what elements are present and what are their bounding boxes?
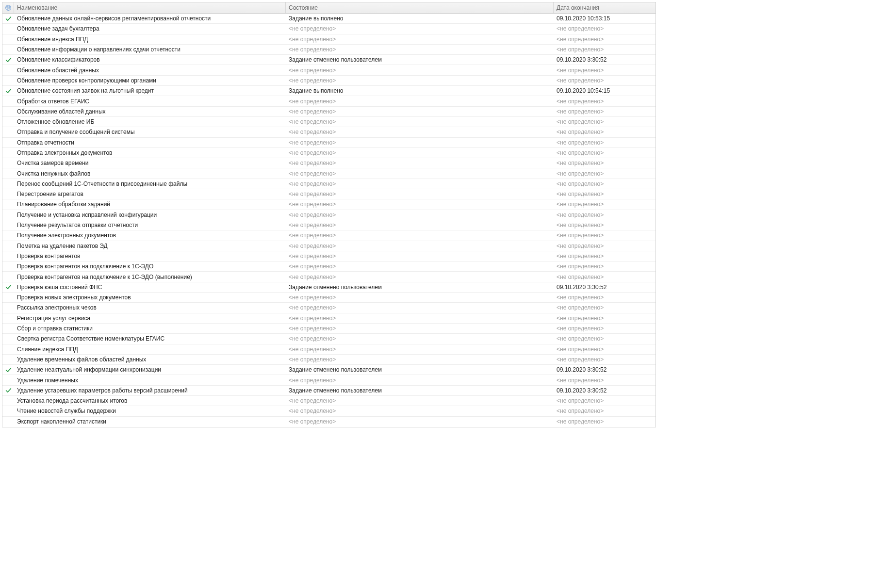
row-name: Обновление индекса ППД	[14, 35, 286, 44]
row-state: <не определено>	[286, 355, 554, 364]
row-state: <не определено>	[286, 128, 554, 136]
row-state: <не определено>	[286, 303, 554, 312]
row-end-date: <не определено>	[554, 376, 656, 385]
row-name: Удаление неактуальной информации синхрон…	[14, 365, 286, 374]
row-end-date: <не определено>	[554, 355, 656, 364]
row-name: Отправка электронных документов	[14, 148, 286, 157]
table-row[interactable]: Проверка кэша состояний ФНСЗадание отмен…	[2, 282, 656, 293]
check-icon	[5, 88, 12, 94]
row-status-icon-cell	[2, 284, 14, 290]
table-row[interactable]: Удаление устаревших параметров работы ве…	[2, 386, 656, 396]
table-row[interactable]: Очистка ненужных файлов<не определено><н…	[2, 168, 656, 179]
table-row[interactable]: Свертка регистра Соответствие номенклату…	[2, 334, 656, 344]
table-row[interactable]: Экспорт накопленной статистики<не опреде…	[2, 417, 656, 427]
table-row[interactable]: Обновление проверок контролирующими орга…	[2, 76, 656, 86]
table-row[interactable]: Проверка новых электронных документов<не…	[2, 293, 656, 303]
table-row[interactable]: Планирование обработки заданий<не опреде…	[2, 199, 656, 210]
table-row[interactable]: Проверка контрагентов на подключение к 1…	[2, 272, 656, 282]
row-end-date: <не определено>	[554, 200, 656, 209]
row-state: <не определено>	[286, 417, 554, 426]
row-name: Получение и установка исправлений конфиг…	[14, 211, 286, 219]
table-row[interactable]: Очистка замеров времени<не определено><н…	[2, 158, 656, 168]
table-row[interactable]: Чтение новостей службы поддержки<не опре…	[2, 406, 656, 416]
row-end-date: <не определено>	[554, 117, 656, 126]
row-status-icon-cell	[2, 88, 14, 94]
row-state: <не определено>	[286, 97, 554, 106]
table-header: Наименование Состояние Дата окончания	[2, 2, 656, 14]
table-row[interactable]: Обновление индекса ППД<не определено><не…	[2, 34, 656, 45]
table-row[interactable]: Обслуживание областей данных<не определе…	[2, 107, 656, 117]
row-name: Чтение новостей службы поддержки	[14, 407, 286, 415]
row-end-date: 09.10.2020 10:53:15	[554, 14, 656, 23]
row-state: <не определено>	[286, 314, 554, 323]
table-row[interactable]: Проверка контрагентов<не определено><не …	[2, 251, 656, 261]
row-status-icon-cell	[2, 367, 14, 373]
table-row[interactable]: Получение и установка исправлений конфиг…	[2, 210, 656, 220]
row-end-date: 09.10.2020 3:30:52	[554, 386, 656, 395]
column-header-date[interactable]: Дата окончания	[554, 2, 656, 13]
check-icon	[5, 57, 12, 63]
table-row[interactable]: Получение результатов отправки отчетност…	[2, 220, 656, 230]
table-row[interactable]: Регистрация услуг сервиса<не определено>…	[2, 313, 656, 324]
row-end-date: <не определено>	[554, 45, 656, 54]
globe-icon	[5, 4, 12, 11]
row-status-icon-cell	[2, 387, 14, 393]
row-state: <не определено>	[286, 345, 554, 354]
row-name: Регистрация услуг сервиса	[14, 314, 286, 323]
table-row[interactable]: Отправка электронных документов<не опред…	[2, 148, 656, 158]
row-state: <не определено>	[286, 221, 554, 229]
check-icon	[5, 284, 12, 290]
table-row[interactable]: Сбор и отправка статистики<не определено…	[2, 324, 656, 334]
table-row[interactable]: Обновление состояния заявок на льготный …	[2, 86, 656, 96]
row-state: <не определено>	[286, 334, 554, 343]
table-row[interactable]: Обновление данных онлайн-сервисов реглам…	[2, 14, 656, 24]
table-row[interactable]: Обработка ответов ЕГАИС<не определено><н…	[2, 96, 656, 106]
row-end-date: 09.10.2020 3:30:52	[554, 55, 656, 64]
row-end-date: <не определено>	[554, 159, 656, 167]
row-state: <не определено>	[286, 24, 554, 33]
row-state: <не определено>	[286, 376, 554, 385]
column-header-name[interactable]: Наименование	[14, 2, 286, 13]
table-row[interactable]: Удаление неактуальной информации синхрон…	[2, 365, 656, 375]
row-state: <не определено>	[286, 324, 554, 333]
table-row[interactable]: Перестроение агрегатов<не определено><не…	[2, 189, 656, 199]
table-row[interactable]: Рассылка электронных чеков<не определено…	[2, 303, 656, 313]
row-name: Удаление временных файлов областей данны…	[14, 355, 286, 364]
column-header-state[interactable]: Состояние	[286, 2, 554, 13]
table-row[interactable]: Обновление областей данных<не определено…	[2, 65, 656, 75]
table-row[interactable]: Удаление временных файлов областей данны…	[2, 355, 656, 365]
column-header-status-icon[interactable]	[2, 2, 14, 13]
row-state: Задание отменено пользователем	[286, 283, 554, 292]
row-state: <не определено>	[286, 66, 554, 75]
row-name: Рассылка электронных чеков	[14, 303, 286, 312]
table-row[interactable]: Отправка отчетности<не определено><не оп…	[2, 138, 656, 148]
table-row[interactable]: Обновление классификаторовЗадание отмене…	[2, 55, 656, 65]
row-state: <не определено>	[286, 107, 554, 116]
table-row[interactable]: Установка периода рассчитанных итогов<не…	[2, 396, 656, 406]
row-end-date: <не определено>	[554, 97, 656, 106]
row-end-date: <не определено>	[554, 107, 656, 116]
row-state: <не определено>	[286, 138, 554, 147]
table-row[interactable]: Отложенное обновление ИБ<не определено><…	[2, 117, 656, 127]
table-row[interactable]: Обновление задач бухгалтера<не определен…	[2, 24, 656, 34]
table-row[interactable]: Отправка и получение сообщений системы<н…	[2, 127, 656, 137]
row-name: Обновление проверок контролирующими орга…	[14, 76, 286, 85]
row-name: Проверка кэша состояний ФНС	[14, 283, 286, 292]
row-end-date: <не определено>	[554, 190, 656, 198]
table-row[interactable]: Удаление помеченных<не определено><не оп…	[2, 375, 656, 385]
row-end-date: <не определено>	[554, 76, 656, 85]
table-row[interactable]: Пометка на удаление пакетов ЭД<не опреде…	[2, 241, 656, 251]
row-end-date: <не определено>	[554, 128, 656, 136]
table-row[interactable]: Слияние индекса ППД<не определено><не оп…	[2, 344, 656, 355]
table-row[interactable]: Проверка контрагентов на подключение к 1…	[2, 261, 656, 272]
row-end-date: <не определено>	[554, 396, 656, 405]
row-state: <не определено>	[286, 76, 554, 85]
row-name: Обслуживание областей данных	[14, 107, 286, 116]
table-row[interactable]: Обновление информации о направлениях сда…	[2, 45, 656, 55]
row-name: Проверка контрагентов	[14, 252, 286, 261]
row-end-date: <не определено>	[554, 293, 656, 302]
table-row[interactable]: Перенос сообщений 1С-Отчетности в присое…	[2, 179, 656, 189]
table-row[interactable]: Получение электронных документов<не опре…	[2, 230, 656, 241]
row-state: <не определено>	[286, 180, 554, 188]
row-state: Задание выполнено	[286, 14, 554, 23]
